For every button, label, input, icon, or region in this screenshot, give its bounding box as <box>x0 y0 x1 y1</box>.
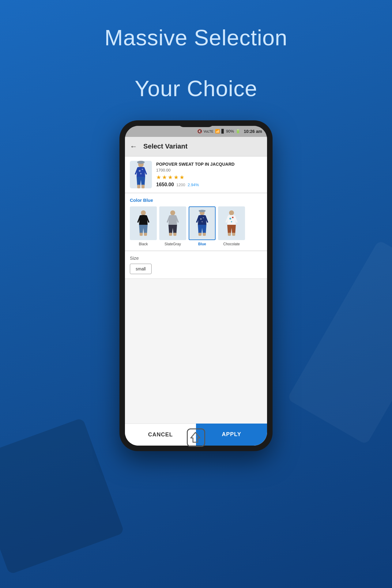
mute-icon: 🔇 <box>197 129 202 134</box>
battery-icon: 🔋 <box>236 129 240 134</box>
headline-line2: Your Choice <box>104 75 287 102</box>
svg-rect-27 <box>232 233 235 236</box>
status-icons: 🔇 VoLTE 📶 ▊ 90% 🔋 10:26 am <box>197 129 262 134</box>
product-units: 1200 <box>176 183 185 187</box>
home-icon <box>188 429 203 445</box>
svg-point-22 <box>229 210 234 215</box>
svg-rect-20 <box>198 233 202 236</box>
color-label-text: Color <box>130 198 142 203</box>
color-name-blue: Blue <box>198 242 206 246</box>
size-options: small <box>130 264 262 274</box>
svg-point-4 <box>142 169 143 170</box>
svg-point-8 <box>141 210 146 215</box>
phone-notch <box>178 120 214 127</box>
color-svg-black <box>134 209 153 237</box>
color-name-black: Black <box>139 242 148 246</box>
svg-point-19 <box>202 221 203 222</box>
size-section: Size small <box>125 251 267 279</box>
bg-shape-right <box>287 240 392 445</box>
svg-point-24 <box>232 217 234 218</box>
product-image-svg <box>132 161 150 188</box>
product-price-row: 1650.00 1200 2.94% <box>156 182 262 187</box>
product-stars: ★ ★ ★ ★ ★ <box>156 174 262 181</box>
phone-screen: 🔇 VoLTE 📶 ▊ 90% 🔋 10:26 am ← Select Vari… <box>125 126 267 446</box>
svg-rect-12 <box>169 233 172 236</box>
wifi-icon: 📶 <box>215 129 220 134</box>
battery-percent: 90% <box>226 129 234 134</box>
star-2: ★ <box>162 174 167 181</box>
color-svg-slategray <box>164 209 182 237</box>
star-3: ★ <box>168 174 173 181</box>
svg-rect-2 <box>137 161 145 163</box>
status-time: 10:26 am <box>244 129 262 134</box>
headline: Massive Selection Your Choice <box>104 0 287 102</box>
headline-line1: Massive Selection <box>104 24 287 51</box>
color-section: Color Blue <box>125 193 267 251</box>
color-option-chocolate[interactable]: Chocolate <box>218 206 245 246</box>
svg-rect-21 <box>203 233 206 236</box>
svg-point-18 <box>203 217 204 218</box>
phone-wrapper: 🔇 VoLTE 📶 ▊ 90% 🔋 10:26 am ← Select Vari… <box>119 120 273 451</box>
bg-shape-bottom-left <box>0 418 124 575</box>
svg-rect-16 <box>199 210 205 211</box>
product-original-price: 1700.00 <box>156 168 262 172</box>
svg-rect-7 <box>141 185 145 188</box>
color-selected-value: Blue <box>143 198 153 203</box>
signal-icon: ▊ <box>221 129 224 134</box>
star-5: ★ <box>179 174 184 181</box>
product-discount: 2.94% <box>188 183 199 187</box>
svg-point-23 <box>229 218 231 220</box>
color-name-slategray: SlateGray <box>164 242 181 246</box>
svg-point-25 <box>231 221 232 222</box>
app-bar: ← Select Variant <box>125 137 267 156</box>
svg-point-3 <box>139 170 141 172</box>
back-button[interactable]: ← <box>130 142 137 151</box>
apply-button[interactable]: APPLY <box>196 424 267 446</box>
size-option-small[interactable]: small <box>130 264 152 274</box>
color-img-chocolate <box>218 206 245 240</box>
svg-point-17 <box>200 218 202 220</box>
product-thumbnail <box>130 161 152 188</box>
color-img-blue <box>189 206 216 240</box>
app-bar-title: Select Variant <box>143 142 187 150</box>
svg-point-11 <box>170 210 175 215</box>
svg-point-5 <box>140 173 142 174</box>
color-label: Color Blue <box>130 198 262 203</box>
color-option-blue[interactable]: Blue <box>189 206 216 246</box>
star-1: ★ <box>156 174 161 181</box>
svg-marker-28 <box>191 432 200 442</box>
svg-rect-13 <box>173 233 176 236</box>
color-option-slategray[interactable]: SlateGray <box>159 206 186 246</box>
svg-rect-9 <box>140 233 143 236</box>
product-name: POPOVER SWEAT TOP IN JACQUARD <box>156 161 262 167</box>
product-info: POPOVER SWEAT TOP IN JACQUARD 1700.00 ★ … <box>156 161 262 187</box>
home-button[interactable] <box>187 428 205 447</box>
color-img-black <box>130 206 157 240</box>
product-summary: POPOVER SWEAT TOP IN JACQUARD 1700.00 ★ … <box>125 156 267 193</box>
status-bar: 🔇 VoLTE 📶 ▊ 90% 🔋 10:26 am <box>125 126 267 137</box>
screen-content: POPOVER SWEAT TOP IN JACQUARD 1700.00 ★ … <box>125 156 267 446</box>
star-4: ★ <box>174 174 179 181</box>
cancel-button[interactable]: CANCEL <box>125 424 196 446</box>
product-sale-price: 1650.00 <box>156 182 174 187</box>
phone-frame: 🔇 VoLTE 📶 ▊ 90% 🔋 10:26 am ← Select Vari… <box>119 120 273 451</box>
svg-rect-26 <box>228 233 231 236</box>
svg-rect-10 <box>144 233 147 236</box>
color-img-slategray <box>159 206 186 240</box>
color-options: Black <box>130 206 262 246</box>
size-label: Size <box>130 255 262 261</box>
svg-rect-6 <box>137 185 140 188</box>
content-spacer <box>125 279 267 424</box>
color-svg-chocolate <box>222 209 241 237</box>
voip-icon: VoLTE <box>204 130 213 133</box>
color-svg-blue <box>193 209 211 237</box>
color-option-black[interactable]: Black <box>130 206 157 246</box>
color-name-chocolate: Chocolate <box>223 242 240 246</box>
